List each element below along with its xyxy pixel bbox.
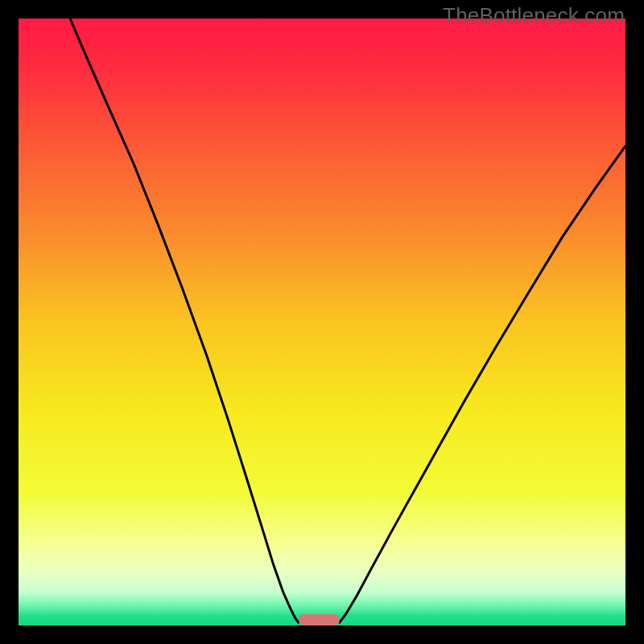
chart-frame: TheBottleneck.com — [0, 0, 644, 644]
plot-area — [19, 19, 625, 625]
watermark-text: TheBottleneck.com — [443, 3, 625, 28]
minimum-marker — [299, 614, 340, 625]
curves-layer — [19, 19, 625, 625]
left-curve — [70, 19, 299, 622]
right-curve — [340, 146, 625, 622]
